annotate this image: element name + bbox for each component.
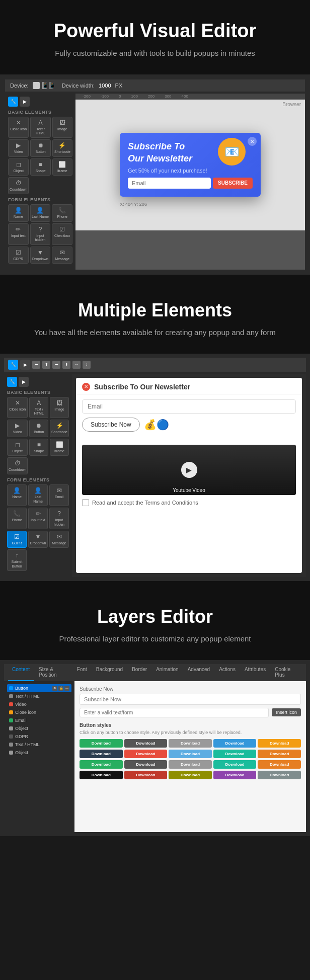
tab-attributes[interactable]: Attributes [241,664,270,681]
popup-email-input[interactable] [128,178,211,189]
element-close-icon[interactable]: ✕ Close icon [8,117,29,138]
toolbar-btn-tool[interactable]: 🔧 [8,97,18,107]
element-iframe[interactable]: ⬜ Iframe [52,158,72,176]
mobile-icon[interactable]: 📱 [49,82,53,89]
layer-gdpr[interactable]: GDPR [7,732,71,741]
element-image[interactable]: 🖼 Image [52,117,72,138]
toolbar2-align-left[interactable]: ⬅ [32,361,40,369]
element2-text-html[interactable]: A Text / HTML [29,397,48,419]
toolbar2-distribute-h[interactable]: ↔ [72,361,81,369]
btn-style-teal[interactable]: Download [213,750,257,758]
element-text-html[interactable]: A Text / HTML [30,117,50,138]
btn-style-darkred[interactable]: Download [124,771,168,779]
btn-style-black[interactable]: Download [80,771,123,779]
tab-size-position[interactable]: Size & Position [35,664,72,681]
layer-object-1[interactable]: Object [7,724,71,732]
element-input-text[interactable]: ✏ Input text [8,223,29,245]
layer-close-icon[interactable]: Close icon [7,708,71,716]
validation-input[interactable] [80,708,269,717]
tab-border[interactable]: Border [128,664,151,681]
element2-close-icon[interactable]: ✕ Close icon [7,397,28,419]
layer-action-more[interactable]: ⋯ [64,686,69,691]
btn-style-slate[interactable]: Download [258,771,301,779]
tab-content[interactable]: Content [8,664,34,681]
btn-style-green[interactable]: Download [80,739,123,748]
tab-advanced[interactable]: Advanced [184,664,214,681]
toolbar2-align-right[interactable]: ➡ [52,361,60,369]
element-last-name[interactable]: 👤 Last Name [30,204,51,221]
btn-style-lightblue[interactable]: Download [169,750,212,758]
toolbar2-align-center[interactable]: ⬆ [42,361,50,369]
element-input-hidden[interactable]: ? Input hidden [30,223,51,245]
layer-action-lock[interactable]: 🔒 [58,686,63,691]
element2-last-name[interactable]: 👤 Last Name [28,484,48,506]
element2-iframe[interactable]: ⬜ Iframe [50,439,69,456]
btn-style-yellow[interactable]: Download [258,739,301,748]
element-countdown[interactable]: ⏱ Countdown [8,177,29,194]
element-phone[interactable]: 📞 Phone [52,204,72,221]
popup2-checkbox[interactable] [82,499,89,506]
btn-style-teal-2[interactable]: Download [213,760,257,769]
sidebar2-play-btn[interactable]: ▶ [19,377,29,387]
tab-background[interactable]: Background [92,664,127,681]
popup2-email-input[interactable] [82,399,296,414]
toolbar-btn-play[interactable]: ▶ [20,97,30,107]
element2-dropdown[interactable]: ▼ Dropdown [28,531,48,548]
popup2-subscribe-btn[interactable]: Subscribe Now [82,418,140,432]
element-name[interactable]: 👤 Name [8,204,29,221]
btn-style-green-2[interactable]: Download [80,760,123,769]
element2-image[interactable]: 🖼 Image [50,397,69,419]
element-message[interactable]: ✉ Message [52,247,72,264]
toolbar2-play-btn[interactable]: ▶ [20,360,30,370]
tab-actions[interactable]: Actions [215,664,240,681]
element2-submit[interactable]: ↑ Submit Button [7,549,27,571]
toolbar2-tool-btn[interactable]: 🔧 [8,360,18,370]
element-shortcode[interactable]: ⚡ Shortcode [52,139,72,156]
element2-shortcode[interactable]: ⚡ Shortcode [50,420,69,437]
element-video[interactable]: ▶ Video [8,139,29,156]
popup-subscribe-button[interactable]: SUBSCRIBE [213,178,253,189]
element2-name[interactable]: 👤 Name [7,484,27,506]
btn-style-darkgray[interactable]: Download [124,739,168,748]
tablet-icon[interactable]: 📱 [42,82,47,89]
toolbar2-distribute-v[interactable]: ↕ [83,361,91,369]
layer-text-html-2[interactable]: Text / HTML [7,741,71,749]
btn-style-blue[interactable]: Download [213,739,257,748]
btn-style-orange[interactable]: Download [258,750,301,758]
element-gdpr[interactable]: ☑ GDPR [8,247,29,264]
desktop-icon[interactable]: 🖥 [33,82,40,89]
layer-action-eye[interactable]: 👁 [52,686,57,691]
tab-font[interactable]: Font [73,664,91,681]
toolbar2-align-down[interactable]: ⬇ [62,361,70,369]
element2-video[interactable]: ▶ Video [7,420,28,437]
subscribe-now-input[interactable] [80,694,301,705]
insert-icon-button[interactable]: Insert icon [272,708,301,716]
element-shape[interactable]: ■ Shape [30,158,50,176]
element2-input-hidden[interactable]: ? Input hidden [49,508,69,529]
btn-style-purple[interactable]: Download [213,771,257,779]
btn-style-orange-2[interactable]: Download [258,760,301,769]
btn-style-red[interactable]: Download [124,750,168,758]
element-button[interactable]: ⏺ Button [30,139,50,156]
element-dropdown[interactable]: ▼ Dropdown [30,247,51,264]
popup-close-btn[interactable]: ✕ [248,137,257,146]
layer-button[interactable]: Button 👁 🔒 ⋯ [7,684,71,692]
element-checkbox[interactable]: ☑ Checkbox [52,223,72,245]
layer-object-2[interactable]: Object [7,749,71,757]
element2-gdpr[interactable]: ☑ GDPR [7,531,27,548]
btn-style-gray-2[interactable]: Download [169,760,212,769]
layer-video[interactable]: Video [7,700,71,708]
popup2-close-icon[interactable]: ✕ [82,383,90,391]
layer-text-html-1[interactable]: Text / HTML [7,692,71,700]
tab-animation[interactable]: Animation [152,664,182,681]
element-object[interactable]: ◻ Object [8,158,29,176]
tab-cookie-plus[interactable]: Cookie Plus [271,664,302,681]
element2-input-text[interactable]: ✏ Input text [28,508,48,529]
sidebar2-tool-btn[interactable]: 🔧 [7,377,17,387]
btn-style-olive[interactable]: Download [169,771,212,779]
element2-button[interactable]: ⏺ Button [29,420,48,437]
element2-email[interactable]: ✉ Email [49,484,69,506]
popup2-play-btn[interactable]: ▶ [181,462,197,478]
element2-phone[interactable]: 📞 Phone [7,508,27,529]
btn-style-darkblue[interactable]: Download [80,750,123,758]
